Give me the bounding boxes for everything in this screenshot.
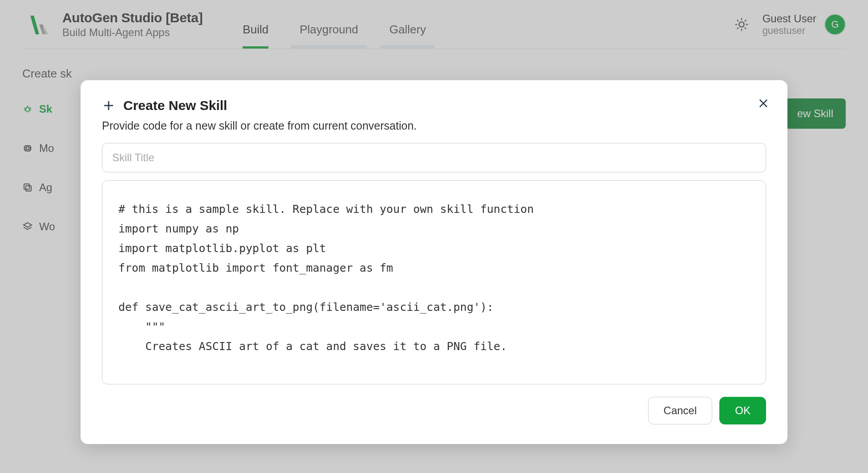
plus-icon	[102, 99, 115, 112]
modal-title: Create New Skill	[123, 98, 227, 113]
skill-title-input[interactable]	[102, 143, 766, 172]
skill-code-textarea[interactable]	[102, 180, 766, 384]
create-skill-modal: Create New Skill Provide code for a new …	[81, 80, 787, 444]
cancel-button[interactable]: Cancel	[648, 397, 713, 424]
close-icon[interactable]	[757, 97, 770, 110]
modal-overlay[interactable]: Create New Skill Provide code for a new …	[0, 0, 868, 473]
ok-button[interactable]: OK	[719, 397, 766, 424]
modal-description: Provide code for a new skill or create f…	[102, 119, 766, 132]
